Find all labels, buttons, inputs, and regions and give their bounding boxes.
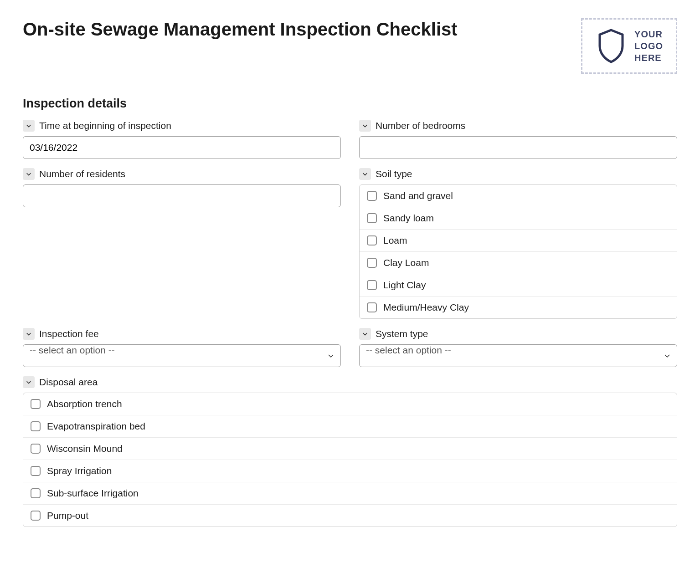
checkbox[interactable]	[31, 421, 41, 431]
soil-type-checklist: Sand and gravel Sandy loam Loam Clay Loa…	[359, 184, 677, 319]
inspection-fee-select[interactable]: -- select an option --	[23, 344, 341, 367]
chevron-down-icon	[362, 171, 368, 177]
checklist-item[interactable]: Clay Loam	[360, 252, 677, 274]
checklist-label: Clay Loam	[383, 257, 429, 268]
time-beginning-input[interactable]	[23, 136, 341, 159]
checklist-item[interactable]: Evapotranspiration bed	[23, 415, 677, 438]
field-time-beginning: Time at beginning of inspection	[23, 120, 341, 159]
chevron-down-icon	[362, 331, 368, 337]
checklist-label: Sandy loam	[383, 213, 434, 224]
chevron-down-icon	[362, 123, 368, 129]
field-disposal-area: Disposal area Absorption trench Evapotra…	[23, 376, 677, 527]
field-label: Number of residents	[39, 169, 125, 179]
collapse-toggle[interactable]	[23, 168, 35, 180]
checklist-label: Evapotranspiration bed	[47, 421, 145, 432]
checklist-item[interactable]: Sub-surface Irrigation	[23, 482, 677, 505]
field-label: Disposal area	[39, 377, 98, 388]
field-label: Time at beginning of inspection	[39, 120, 171, 131]
checklist-item[interactable]: Spray Irrigation	[23, 460, 677, 482]
checklist-label: Wisconsin Mound	[47, 443, 123, 454]
checkbox[interactable]	[367, 213, 377, 223]
checklist-item[interactable]: Medium/Heavy Clay	[360, 297, 677, 318]
checklist-label: Sand and gravel	[383, 190, 453, 201]
collapse-toggle[interactable]	[23, 328, 35, 340]
checklist-item[interactable]: Light Clay	[360, 274, 677, 297]
checkbox[interactable]	[367, 235, 377, 245]
checklist-item[interactable]: Loam	[360, 230, 677, 252]
chevron-down-icon	[26, 171, 32, 177]
checklist-item[interactable]: Pump-out	[23, 505, 677, 527]
checklist-label: Light Clay	[383, 280, 426, 291]
field-inspection-fee: Inspection fee -- select an option --	[23, 328, 341, 367]
section-title-inspection-details: Inspection details	[23, 97, 677, 111]
field-label: Inspection fee	[39, 328, 99, 339]
checkbox[interactable]	[31, 399, 41, 409]
disposal-area-checklist: Absorption trench Evapotranspiration bed…	[23, 393, 677, 527]
checkbox[interactable]	[31, 511, 41, 521]
checkbox[interactable]	[367, 280, 377, 290]
chevron-down-icon	[26, 123, 32, 129]
collapse-toggle[interactable]	[359, 120, 371, 132]
checklist-item[interactable]: Sand and gravel	[360, 185, 677, 207]
field-label: Soil type	[376, 169, 412, 179]
checkbox[interactable]	[31, 488, 41, 498]
checkbox[interactable]	[31, 444, 41, 454]
page-title: On-site Sewage Management Inspection Che…	[23, 18, 458, 40]
checkbox[interactable]	[367, 191, 377, 201]
chevron-down-icon	[26, 379, 32, 385]
number-residents-input[interactable]	[23, 184, 341, 207]
field-label: System type	[376, 328, 428, 339]
field-system-type: System type -- select an option --	[359, 328, 677, 367]
logo-placeholder: YOUR LOGO HERE	[581, 18, 677, 74]
collapse-toggle[interactable]	[359, 168, 371, 180]
checklist-item[interactable]: Wisconsin Mound	[23, 438, 677, 460]
checkbox[interactable]	[367, 258, 377, 268]
shield-icon	[595, 28, 627, 64]
checklist-label: Spray Irrigation	[47, 465, 112, 476]
checklist-label: Loam	[383, 235, 407, 246]
system-type-select[interactable]: -- select an option --	[359, 344, 677, 367]
checklist-label: Pump-out	[47, 510, 88, 521]
logo-text: YOUR LOGO HERE	[634, 28, 663, 64]
checklist-item[interactable]: Sandy loam	[360, 207, 677, 230]
field-soil-type: Soil type Sand and gravel Sandy loam Loa…	[359, 168, 677, 319]
checklist-item[interactable]: Absorption trench	[23, 393, 677, 415]
checklist-label: Medium/Heavy Clay	[383, 302, 469, 313]
checklist-label: Absorption trench	[47, 399, 122, 409]
field-label: Number of bedrooms	[376, 120, 465, 131]
field-number-bedrooms: Number of bedrooms	[359, 120, 677, 159]
collapse-toggle[interactable]	[23, 120, 35, 132]
checklist-label: Sub-surface Irrigation	[47, 488, 139, 499]
collapse-toggle[interactable]	[359, 328, 371, 340]
collapse-toggle[interactable]	[23, 376, 35, 388]
checkbox[interactable]	[31, 466, 41, 476]
field-number-residents: Number of residents	[23, 168, 341, 319]
number-bedrooms-input[interactable]	[359, 136, 677, 159]
checkbox[interactable]	[367, 302, 377, 312]
chevron-down-icon	[26, 331, 32, 337]
